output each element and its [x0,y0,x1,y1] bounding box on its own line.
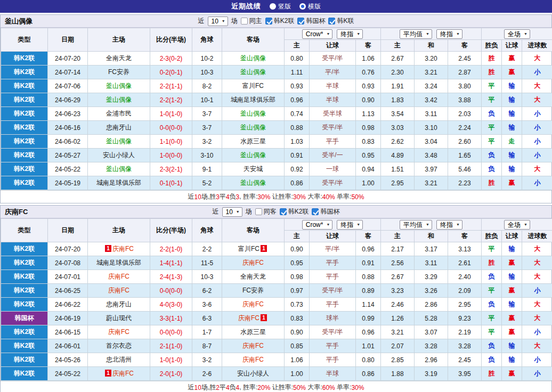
match-result-cell: 负 [482,162,502,176]
average-select[interactable]: 平均值 [400,29,432,39]
topbar: 近期战绩 竖版 横版 [0,0,552,13]
checkbox-icon[interactable] [255,208,262,215]
team-name: 天安城 [243,165,263,173]
match-result-cell: 负 [482,339,502,353]
avg-draw-cell: 3.04 [415,135,448,149]
col-header-away: 客场 [222,28,285,52]
radio-icon[interactable] [299,3,306,10]
league-cell: 韩K2联 [1,298,48,312]
date-cell: 24-06-29 [48,93,88,107]
home-odds-cell: 1.06 [285,353,310,367]
corner-cell: 3-10 [192,149,222,162]
odds-stage-select[interactable]: 终指 [337,220,363,230]
average-stage-select[interactable]: 终指 [436,29,462,39]
home-team-cell: 釜山偶像 [88,162,150,176]
home-team-cell: 釜山偶像 [88,93,150,107]
match-row: 韩K2联24-06-22忠南牙山4-0(3-0)3-6庆南FC0.73平手1.1… [1,298,552,312]
sub-header-handicap-result: 让球 [502,40,522,52]
checkbox-icon[interactable] [297,18,304,24]
date-cell: 24-07-20 [48,242,88,256]
match-result-cell: 胜 [482,52,502,66]
avg-home-cell: 1.51 [381,162,415,176]
league-cell: 韩K2联 [1,149,48,162]
score-cell: 0-0(0-0) [150,325,192,339]
filter-bar: 近 10 场 同主 韩K2联韩国杯韩K联 [198,17,354,26]
score-cell: 2-4(1-3) [150,270,192,284]
home-odds-cell: 1.03 [285,135,310,149]
league-filter[interactable]: 韩国杯 [312,207,339,216]
match-row: 韩K2联24-06-23金浦市民1-0(1-0)3-7釜山偶像0.74受半球1.… [1,107,552,121]
match-row: 韩国杯24-06-19蔚山现代3-3(1-1)6-3庆南FC10.83球半0.9… [1,312,552,325]
home-team-cell: 忠南牙山 [88,298,150,312]
checkbox-icon[interactable] [312,208,319,215]
match-result-cell: 平 [482,312,502,325]
team-title: 庆南FC [5,207,28,217]
league-cell: 韩K2联 [1,79,48,93]
checkbox-icon[interactable] [265,18,272,24]
team-name: FC安养 [108,68,129,76]
home-odds-cell: 0.83 [285,312,310,325]
match-row: 韩K2联24-06-16忠南牙山0-0(0-0)3-7釜山偶像0.88受平/半0… [1,121,552,135]
home-odds-cell: 0.80 [285,52,310,66]
scope-select[interactable]: 全场 [504,29,530,39]
handicap-cell: 半球 [310,367,356,381]
match-count-select[interactable]: 10 [222,207,242,217]
average-select[interactable]: 平均值 [400,220,432,230]
sub-header-home: 主 [285,231,310,242]
summary-text: 2 [216,384,220,391]
team-name: 安山小绿人 [237,370,269,377]
match-count-select[interactable]: 10 [208,17,228,26]
team-name: 釜山偶像 [240,54,266,62]
match-result-cell: 胜 [482,256,502,270]
team-name: 釜山偶像 [240,110,266,117]
same-venue-filter[interactable]: 同客 [255,207,277,216]
checkbox-icon[interactable] [328,18,335,24]
bookmaker-select[interactable]: Crow* [302,29,333,39]
checkbox-icon[interactable] [241,18,248,24]
avg-draw-cell: 3.17 [415,242,448,256]
odds-stage-select[interactable]: 终指 [337,29,363,39]
corner-cell: 2-6 [192,367,222,381]
away-team-cell: 安山小绿人 [222,367,285,381]
goals-result-cell: 大 [522,52,552,66]
score-cell: 1-4(1-1) [150,256,192,270]
league-filter[interactable]: 韩K2联 [280,207,309,216]
handicap-result-cell: 输 [502,121,522,135]
avg-home-cell: 2.67 [381,52,415,66]
score-cell: 2-2(1-2) [150,93,192,107]
average-stage-select[interactable]: 终指 [436,220,462,230]
team-name: 釜山偶像 [240,124,266,131]
date-cell: 24-07-06 [48,79,88,93]
sub-header-result: 胜负 [482,40,502,52]
avg-away-cell: 2.24 [448,121,482,135]
avg-home-cell: 1.83 [381,93,415,107]
league-filter[interactable]: 韩K联 [328,17,354,26]
handicap-cell: 受平/半 [310,176,356,190]
team-name: 富川FC [242,82,264,89]
league-filter[interactable]: 韩K2联 [265,17,295,26]
summary-text: 近 [188,383,194,392]
league-cell: 韩K2联 [1,339,48,353]
score-cell: 2-3(2-1) [150,162,192,176]
goals-result-cell: 小 [522,353,552,367]
goals-result-cell: 小 [522,121,552,135]
handicap-result-cell: 输 [502,353,522,367]
layout-option-horizontal[interactable]: 横版 [299,2,321,11]
handicap-cell: 平手 [310,270,356,284]
team-name: 首尔衣恋 [106,342,132,349]
home-team-cell: 全南天龙 [88,52,150,66]
same-venue-filter[interactable]: 同主 [241,17,262,26]
team-name: 釜山偶像 [106,165,132,173]
result-scope-group: 全场 [482,28,552,40]
radio-icon[interactable] [270,3,276,10]
layout-option-vertical[interactable]: 竖版 [270,2,291,11]
checkbox-icon[interactable] [280,208,287,215]
away-team-cell: 庆南FC [222,353,285,367]
away-odds-cell: 1.13 [356,107,381,121]
league-filter[interactable]: 韩国杯 [297,17,325,26]
avg-away-cell: 2.45 [448,353,482,367]
scope-select[interactable]: 全场 [504,220,530,230]
handicap-cell: 半球 [310,79,356,93]
sub-header-handicap: 让球 [310,231,356,242]
bookmaker-select[interactable]: Crow* [302,220,333,230]
